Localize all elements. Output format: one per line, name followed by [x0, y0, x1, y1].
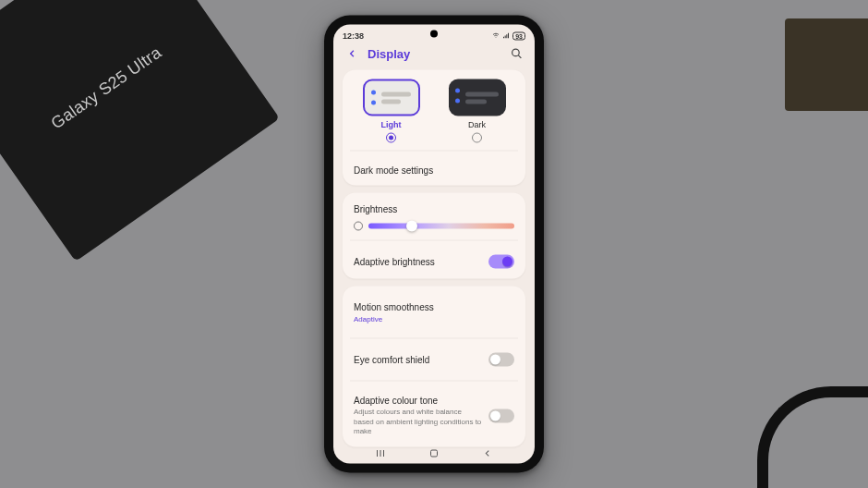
dark-theme-thumbnail — [449, 79, 506, 116]
svg-point-0 — [512, 49, 519, 56]
search-icon — [511, 47, 523, 59]
brightness-title: Brightness — [352, 202, 516, 216]
adaptive-brightness-toggle[interactable] — [488, 255, 514, 269]
brightness-track[interactable] — [368, 224, 514, 229]
back-button[interactable] — [344, 46, 359, 61]
wifi-icon — [492, 32, 500, 40]
status-time: 12:38 — [343, 31, 364, 41]
light-theme-label: Light — [381, 120, 402, 129]
motion-smoothness-row[interactable]: Motion smoothness Adaptive — [352, 296, 516, 331]
wood-block-prop — [785, 18, 868, 111]
divider — [350, 381, 518, 382]
product-box-prop: Galaxy S25 Ultra — [0, 0, 280, 262]
adaptive-brightness-row[interactable]: Adaptive brightness — [352, 249, 516, 275]
status-icons: 93 — [492, 31, 525, 40]
display-options-card: Motion smoothness Adaptive Eye comfort s… — [343, 287, 525, 447]
divider — [350, 151, 518, 152]
colour-tone-title: Adaptive colour tone — [354, 396, 483, 406]
product-box-label: Galaxy S25 Ultra — [47, 43, 164, 133]
eye-comfort-row[interactable]: Eye comfort shield — [352, 347, 516, 373]
colour-tone-desc: Adjust colours and white balance based o… — [354, 408, 483, 436]
adaptive-brightness-label: Adaptive brightness — [354, 257, 435, 267]
theme-selector: Light Dark — [352, 79, 516, 143]
home-button[interactable] — [428, 447, 440, 460]
dark-theme-label: Dark — [468, 120, 486, 129]
dark-mode-settings-row[interactable]: Dark mode settings — [352, 159, 516, 182]
motion-smoothness-value: Adaptive — [354, 315, 382, 324]
search-button[interactable] — [509, 46, 524, 61]
brightness-low-icon — [354, 222, 363, 231]
navigation-bar — [333, 444, 535, 464]
eye-comfort-toggle[interactable] — [488, 353, 514, 367]
colour-tone-text: Adaptive colour tone Adjust colours and … — [354, 396, 483, 436]
home-icon — [428, 448, 440, 459]
chevron-left-icon — [483, 449, 492, 458]
theme-card: Light Dark Dark mode settings — [343, 70, 525, 186]
dark-theme-radio[interactable] — [472, 133, 482, 143]
colour-tone-toggle[interactable] — [488, 409, 514, 422]
cable-prop — [757, 386, 868, 488]
dark-mode-settings-label: Dark mode settings — [354, 165, 433, 176]
signal-icon — [502, 32, 510, 40]
colour-tone-row[interactable]: Adaptive colour tone Adjust colours and … — [352, 389, 516, 443]
brightness-thumb[interactable] — [406, 221, 417, 232]
light-theme-thumbnail — [363, 79, 420, 116]
recent-apps-button[interactable] — [374, 447, 387, 460]
nav-back-button[interactable] — [481, 447, 494, 460]
settings-content: Light Dark Dark mode settings — [333, 70, 535, 447]
battery-indicator: 93 — [512, 31, 525, 40]
divider — [350, 240, 518, 241]
brightness-slider[interactable] — [352, 216, 516, 233]
phone-screen: 12:38 93 Display — [333, 25, 535, 464]
page-title: Display — [368, 46, 500, 60]
theme-option-dark[interactable]: Dark — [438, 79, 516, 143]
chevron-left-icon — [347, 48, 357, 58]
front-camera — [430, 30, 438, 38]
phone-frame: 12:38 93 Display — [324, 16, 544, 473]
brightness-card: Brightness Adaptive brightness — [343, 193, 525, 279]
svg-rect-1 — [431, 450, 438, 457]
app-header: Display — [333, 41, 535, 70]
light-theme-radio[interactable] — [386, 133, 396, 143]
motion-smoothness-title: Motion smoothness — [354, 302, 434, 312]
theme-option-light[interactable]: Light — [352, 79, 430, 143]
recent-icon — [375, 448, 386, 459]
divider — [350, 338, 518, 339]
eye-comfort-label: Eye comfort shield — [354, 355, 429, 365]
